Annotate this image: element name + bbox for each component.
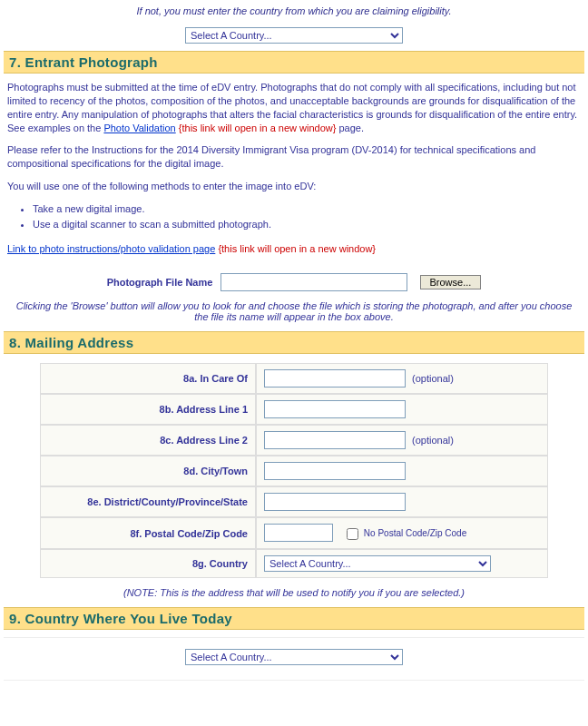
label-address-1: 8b. Address Line 1 — [40, 394, 256, 425]
optional-note: (optional) — [408, 435, 454, 446]
address-line-1-input[interactable] — [264, 400, 406, 418]
residence-country-select[interactable]: Select A Country... — [185, 649, 403, 665]
table-row: 8b. Address Line 1 — [40, 394, 548, 425]
mailing-note: (NOTE: This is the address that will be … — [4, 584, 584, 607]
new-window-note-2: {this link will open in a new window} — [218, 243, 376, 254]
photo-file-input[interactable] — [220, 273, 407, 291]
district-input[interactable] — [264, 493, 406, 511]
table-row: 8f. Postal Code/Zip Code No Postal Code/… — [40, 517, 548, 549]
divider — [4, 680, 584, 681]
section-8-header: 8. Mailing Address — [4, 331, 584, 354]
browse-hint: Clicking the 'Browse' button will allow … — [4, 295, 584, 331]
table-row: 8c. Address Line 2 (optional) — [40, 425, 548, 456]
section-7-header: 7. Entrant Photograph — [4, 51, 584, 74]
label-address-2: 8c. Address Line 2 — [40, 425, 256, 456]
instructions-reference: Please refer to the Instructions for the… — [7, 143, 581, 171]
mailing-country-select[interactable]: Select A Country... — [264, 555, 491, 572]
methods-list: Take a new digital image. Use a digital … — [33, 202, 581, 231]
table-row: 8a. In Care Of (optional) — [40, 363, 548, 394]
browse-button[interactable]: Browse... — [420, 275, 482, 289]
table-row: 8e. District/County/Province/State — [40, 486, 548, 517]
section-8-title: 8. Mailing Address — [9, 335, 579, 350]
label-country: 8g. Country — [40, 549, 256, 578]
label-in-care-of: 8a. In Care Of — [40, 363, 256, 394]
methods-intro: You will use one of the following method… — [7, 180, 581, 193]
eligibility-hint: If not, you must enter the country from … — [4, 4, 584, 24]
method-item: Use a digital scanner to scan a submitte… — [33, 218, 581, 231]
section-9-title: 9. Country Where You Live Today — [9, 611, 579, 626]
section-7-title: 7. Entrant Photograph — [9, 54, 579, 70]
no-postal-checkbox[interactable] — [347, 528, 358, 540]
table-row: 8g. Country Select A Country... — [40, 549, 548, 578]
photo-rules-paragraph: Photographs must be submitted at the tim… — [7, 81, 581, 134]
table-row: 8d. City/Town — [40, 456, 548, 486]
divider — [4, 637, 584, 638]
label-district: 8e. District/County/Province/State — [40, 486, 256, 517]
postal-code-input[interactable] — [264, 524, 333, 542]
photo-file-label: Photograph File Name — [107, 277, 219, 288]
label-postal: 8f. Postal Code/Zip Code — [40, 517, 256, 549]
new-window-note-1: {this link will open in a new window} — [179, 123, 337, 133]
method-item: Take a new digital image. — [33, 202, 581, 216]
city-town-input[interactable] — [264, 462, 406, 480]
mailing-address-table: 8a. In Care Of (optional) 8b. Address Li… — [40, 363, 548, 578]
eligibility-country-select[interactable]: Select A Country... — [185, 27, 403, 44]
photo-rules-text-b: page. — [339, 123, 365, 133]
section-9-header: 9. Country Where You Live Today — [4, 607, 584, 630]
no-postal-label: No Postal Code/Zip Code — [364, 528, 466, 538]
label-city: 8d. City/Town — [40, 456, 256, 486]
photo-validation-link[interactable]: Photo Validation — [103, 123, 175, 133]
photo-instructions-link[interactable]: Link to photo instructions/photo validat… — [7, 243, 215, 254]
address-line-2-input[interactable] — [264, 431, 406, 449]
optional-note: (optional) — [408, 373, 454, 384]
in-care-of-input[interactable] — [264, 369, 406, 388]
